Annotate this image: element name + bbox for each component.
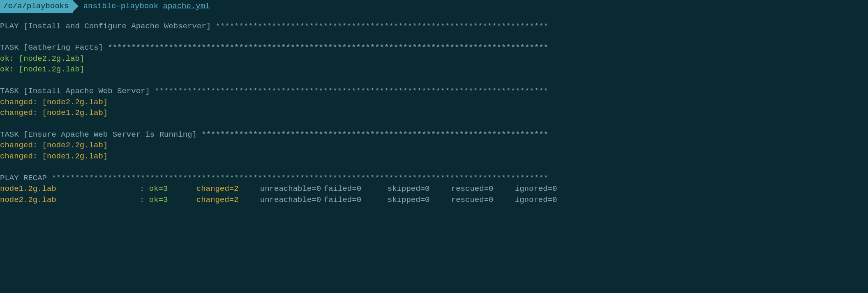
recap-rows: node1.2g.lab: ok=3changed=2unreachable=0…: [0, 183, 868, 205]
recap-separator: :: [140, 184, 149, 193]
command-argument: apache.yml: [163, 1, 210, 12]
recap-skipped: skipped=0: [388, 183, 451, 195]
prompt-line: /e/a/playbooks ansible-playbook apache.y…: [0, 0, 868, 13]
recap-failed: failed=0: [324, 183, 388, 195]
task-result: ok: [node2.2g.lab]: [0, 53, 868, 64]
recap-host: node1.2g.lab: [0, 183, 140, 195]
task-result: changed: [node2.2g.lab]: [0, 97, 868, 108]
task-result: ok: [node1.2g.lab]: [0, 64, 868, 75]
prompt-path: /e/a/playbooks: [0, 0, 73, 13]
task-result: changed: [node2.2g.lab]: [0, 140, 868, 151]
prompt-arrow-icon: [73, 1, 78, 11]
recap-rescued: rescued=0: [451, 195, 515, 206]
task-header: TASK [Install Apache Web Server] *******…: [0, 86, 868, 97]
tasks-output: TASK [Gathering Facts] *****************…: [0, 42, 868, 172]
recap-unreachable: unreachable=0: [260, 195, 324, 206]
recap-skipped: skipped=0: [388, 195, 451, 206]
task-header: TASK [Gathering Facts] *****************…: [0, 42, 868, 53]
recap-separator: :: [140, 195, 149, 204]
recap-changed: changed=2: [196, 183, 260, 195]
recap-header: PLAY RECAP *****************************…: [0, 173, 868, 184]
recap-row: node2.2g.lab: ok=3changed=2unreachable=0…: [0, 195, 868, 206]
task-result: changed: [node1.2g.lab]: [0, 108, 868, 119]
command-name: ansible-playbook: [83, 1, 158, 12]
recap-failed: failed=0: [324, 195, 388, 206]
recap-host: node2.2g.lab: [0, 195, 140, 206]
task-header: TASK [Ensure Apache Web Server is Runnin…: [0, 129, 868, 140]
recap-ignored: ignored=0: [515, 183, 579, 195]
recap-ok: ok=3: [149, 195, 196, 206]
play-header: PLAY [Install and Configure Apache Webse…: [0, 21, 868, 32]
recap-ignored: ignored=0: [515, 195, 579, 206]
recap-unreachable: unreachable=0: [260, 183, 324, 195]
recap-row: node1.2g.lab: ok=3changed=2unreachable=0…: [0, 183, 868, 195]
recap-ok: ok=3: [149, 183, 196, 195]
recap-changed: changed=2: [196, 195, 260, 206]
recap-rescued: rescued=0: [451, 183, 515, 195]
task-result: changed: [node1.2g.lab]: [0, 151, 868, 162]
